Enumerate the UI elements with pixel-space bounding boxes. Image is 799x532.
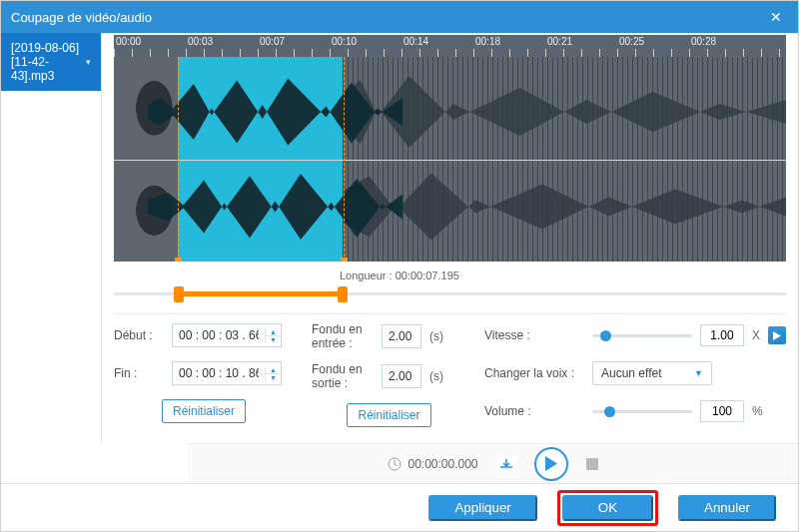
seconds-unit: (s) bbox=[429, 369, 443, 383]
fade-out-field[interactable] bbox=[383, 365, 420, 387]
ruler-tick: 00:18 bbox=[473, 36, 545, 47]
volume-slider[interactable] bbox=[592, 404, 692, 418]
range-handle-start[interactable] bbox=[174, 286, 184, 302]
file-sidebar: [2019-08-06][11-42-43].mp3 ▾ bbox=[1, 33, 102, 443]
reset-trim-button[interactable]: Réinitialiser bbox=[162, 399, 246, 423]
trim-handle-start[interactable] bbox=[178, 57, 179, 262]
voice-select[interactable]: Aucun effet ▼ bbox=[592, 361, 712, 385]
selection-length-label: Longueur : 00:00:07.195 bbox=[340, 269, 786, 281]
close-icon[interactable]: ✕ bbox=[764, 5, 788, 29]
cancel-button[interactable]: Annuler bbox=[678, 495, 776, 521]
sidebar-item-label: [2019-08-06][11-42-43].mp3 bbox=[11, 41, 86, 83]
ruler-tick: 00:07 bbox=[258, 36, 330, 47]
svg-marker-0 bbox=[773, 331, 781, 340]
seconds-unit: (s) bbox=[429, 329, 443, 343]
end-label: Fin : bbox=[114, 366, 164, 380]
fade-in-label: Fondu en entrée : bbox=[312, 322, 374, 350]
spin-down-icon[interactable]: ▼ bbox=[266, 336, 281, 343]
speed-value[interactable] bbox=[700, 324, 744, 346]
main-area: [2019-08-06][11-42-43].mp3 ▾ 00:00 00:03… bbox=[1, 33, 798, 443]
ruler-tick: 00:28 bbox=[689, 36, 761, 47]
ruler-tick: 00:03 bbox=[186, 36, 258, 47]
ok-button[interactable]: OK bbox=[562, 495, 653, 521]
waveform[interactable] bbox=[114, 57, 786, 262]
ruler-tick: 00:21 bbox=[545, 36, 617, 47]
editor-panel: 00:00 00:03 00:07 00:10 00:14 00:18 00:2… bbox=[102, 33, 798, 443]
spin-up-icon[interactable]: ▲ bbox=[266, 328, 281, 336]
ruler-tick: 00:14 bbox=[401, 36, 473, 47]
clock-icon bbox=[388, 457, 401, 471]
volume-unit: % bbox=[752, 404, 763, 418]
footer-bar: Appliquer OK Annuler bbox=[1, 483, 798, 531]
speed-label: Vitesse : bbox=[484, 328, 580, 342]
end-time-input[interactable]: ▲▼ bbox=[172, 361, 282, 385]
start-time-field[interactable] bbox=[173, 324, 265, 346]
controls: Début : ▲▼ Fin : ▲▼ Réinitialiser bbox=[114, 313, 786, 428]
start-time-input[interactable]: ▲▼ bbox=[172, 323, 282, 347]
range-selector[interactable] bbox=[114, 283, 786, 303]
time-ruler[interactable]: 00:00 00:03 00:07 00:10 00:14 00:18 00:2… bbox=[114, 35, 786, 57]
voice-label: Changer la voix : bbox=[484, 366, 580, 380]
chevron-down-icon: ▼ bbox=[694, 368, 703, 378]
preview-speed-button[interactable] bbox=[768, 326, 786, 344]
spin-down-icon[interactable]: ▼ bbox=[266, 374, 281, 381]
volume-label: Volume : bbox=[484, 404, 580, 418]
speed-slider[interactable] bbox=[592, 328, 692, 342]
speed-unit: X bbox=[752, 328, 760, 342]
ruler-tick: 00:00 bbox=[114, 36, 186, 47]
volume-value[interactable] bbox=[700, 400, 744, 422]
ok-highlight: OK bbox=[557, 490, 658, 526]
export-button[interactable] bbox=[496, 456, 516, 472]
end-time-field[interactable] bbox=[173, 362, 265, 384]
range-handle-end[interactable] bbox=[338, 286, 348, 302]
window-title: Coupage de vidéo/audio bbox=[11, 10, 152, 25]
apply-button[interactable]: Appliquer bbox=[428, 495, 536, 521]
stop-button[interactable] bbox=[586, 458, 598, 470]
start-label: Début : bbox=[114, 328, 164, 342]
fade-out-input[interactable] bbox=[382, 364, 421, 388]
voice-selected: Aucun effet bbox=[601, 366, 662, 380]
titlebar: Coupage de vidéo/audio ✕ bbox=[1, 1, 798, 33]
fade-out-label: Fondu en sortie : bbox=[312, 362, 374, 390]
ruler-tick: 00:10 bbox=[330, 36, 401, 47]
sidebar-item-file[interactable]: [2019-08-06][11-42-43].mp3 ▾ bbox=[1, 33, 101, 91]
playback-time: 00:00:00.000 bbox=[388, 457, 477, 471]
svg-marker-2 bbox=[545, 456, 557, 471]
ruler-tick: 00:25 bbox=[617, 36, 689, 47]
fade-in-field[interactable] bbox=[383, 325, 420, 347]
spin-up-icon[interactable]: ▲ bbox=[266, 366, 281, 374]
play-button[interactable] bbox=[534, 447, 568, 481]
playback-time-value: 00:00:00.000 bbox=[407, 457, 477, 471]
trim-handle-end[interactable] bbox=[344, 57, 345, 262]
reset-fade-button[interactable]: Réinitialiser bbox=[347, 403, 430, 427]
player-bar: 00:00:00.000 bbox=[188, 443, 798, 483]
chevron-down-icon: ▾ bbox=[86, 57, 91, 67]
fade-in-input[interactable] bbox=[382, 324, 421, 348]
